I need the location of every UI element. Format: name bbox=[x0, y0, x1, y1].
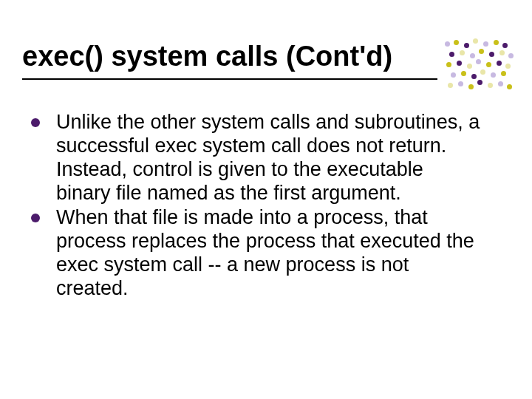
decor-dot-icon bbox=[502, 43, 508, 48]
decor-dot-icon bbox=[468, 84, 474, 89]
decor-dot-icon bbox=[464, 43, 469, 48]
slide: exec() system calls (Cont'd) Unlike the … bbox=[0, 0, 532, 399]
decor-dot-icon bbox=[508, 53, 514, 58]
decor-dot-icon bbox=[460, 50, 465, 55]
decor-dot-icon bbox=[488, 83, 493, 88]
decor-dot-icon bbox=[489, 52, 494, 57]
decor-dot-icon bbox=[486, 62, 491, 67]
bullet-text: Unlike the other system calls and subrou… bbox=[56, 111, 482, 205]
title-wrap: exec() system calls (Cont'd) bbox=[22, 41, 436, 75]
decor-dot-icon bbox=[454, 40, 459, 45]
decor-dot-icon bbox=[451, 72, 456, 78]
decor-dot-icon bbox=[479, 49, 484, 54]
decor-dot-icon bbox=[498, 81, 503, 86]
bullet-dot-icon bbox=[31, 118, 40, 127]
decor-dot-icon bbox=[473, 38, 478, 44]
decor-dot-icon bbox=[449, 52, 454, 57]
title-underline bbox=[22, 78, 437, 80]
decor-dot-icon bbox=[476, 59, 481, 64]
decor-dot-icon bbox=[505, 64, 511, 69]
bullet-text: When that file is made into a process, t… bbox=[56, 206, 482, 300]
decor-dot-icon bbox=[497, 61, 502, 66]
bullet-dot-icon bbox=[31, 214, 40, 222]
decor-dot-icon bbox=[507, 84, 512, 89]
decor-dot-icon bbox=[461, 71, 466, 76]
decor-dot-icon bbox=[494, 40, 499, 45]
bullet-item: When that file is made into a process, t… bbox=[31, 206, 482, 300]
decor-dot-icon bbox=[501, 71, 506, 76]
body: Unlike the other system calls and subrou… bbox=[31, 111, 482, 302]
decor-dot-icon bbox=[445, 41, 450, 47]
decor-dot-icon bbox=[483, 41, 488, 47]
decor-dot-icon bbox=[470, 53, 475, 58]
decor-dot-icon bbox=[446, 62, 451, 67]
decor-dot-icon bbox=[448, 83, 453, 88]
decor-dot-icon bbox=[457, 61, 462, 66]
decor-dot-icon bbox=[480, 69, 485, 75]
bullet-item: Unlike the other system calls and subrou… bbox=[31, 111, 482, 205]
decor-dot-icon bbox=[499, 50, 505, 55]
decor-dot-icon bbox=[471, 74, 477, 79]
slide-title: exec() system calls (Cont'd) bbox=[22, 41, 436, 75]
decorative-dots bbox=[443, 38, 514, 96]
decor-dot-icon bbox=[467, 64, 472, 69]
decor-dot-icon bbox=[491, 72, 496, 78]
decor-dot-icon bbox=[458, 81, 463, 86]
decor-dot-icon bbox=[477, 80, 482, 85]
